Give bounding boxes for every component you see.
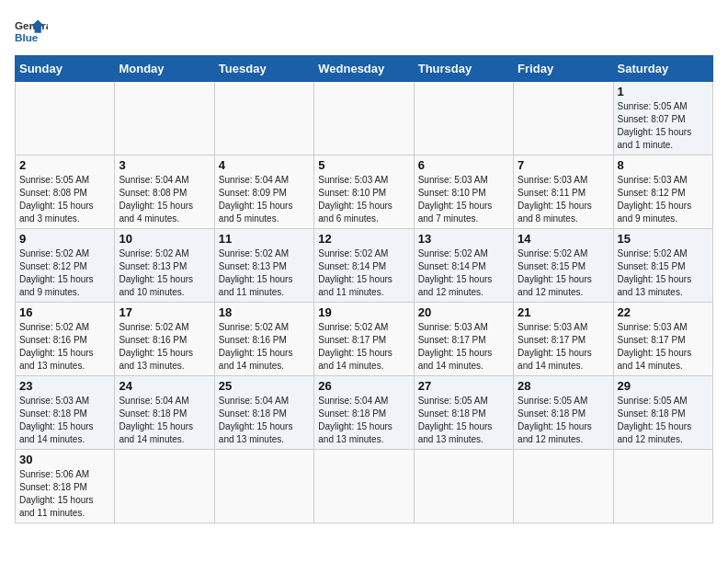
calendar-day-cell: 2Sunrise: 5:05 AM Sunset: 8:08 PM Daylig… [16,155,115,229]
day-info: Sunrise: 5:03 AM Sunset: 8:17 PM Dayligh… [518,321,609,373]
day-info: Sunrise: 5:02 AM Sunset: 8:13 PM Dayligh… [119,247,210,299]
logo-icon: General Blue [15,15,48,48]
calendar-empty-cell [214,450,313,523]
day-number: 7 [518,158,609,172]
day-info: Sunrise: 5:02 AM Sunset: 8:14 PM Dayligh… [418,247,509,299]
calendar-day-cell: 21Sunrise: 5:03 AM Sunset: 8:17 PM Dayli… [514,303,613,376]
weekday-header-wednesday: Wednesday [314,56,414,82]
calendar-empty-cell [16,82,115,155]
day-number: 26 [318,379,409,393]
day-number: 14 [518,232,609,246]
calendar-day-cell: 4Sunrise: 5:04 AM Sunset: 8:09 PM Daylig… [214,155,313,229]
calendar-day-cell: 19Sunrise: 5:02 AM Sunset: 8:17 PM Dayli… [314,303,414,376]
calendar-day-cell: 18Sunrise: 5:02 AM Sunset: 8:16 PM Dayli… [214,303,313,376]
day-info: Sunrise: 5:04 AM Sunset: 8:09 PM Dayligh… [219,174,310,225]
day-number: 28 [518,379,609,393]
day-number: 8 [618,158,709,172]
calendar-week-row: 1Sunrise: 5:05 AM Sunset: 8:07 PM Daylig… [16,82,713,155]
day-number: 6 [418,158,509,172]
day-info: Sunrise: 5:05 AM Sunset: 8:18 PM Dayligh… [518,395,609,446]
calendar-day-cell: 8Sunrise: 5:03 AM Sunset: 8:12 PM Daylig… [613,155,712,229]
day-number: 20 [418,305,509,319]
day-info: Sunrise: 5:02 AM Sunset: 8:16 PM Dayligh… [19,321,110,373]
day-number: 10 [119,232,210,246]
calendar-day-cell: 11Sunrise: 5:02 AM Sunset: 8:13 PM Dayli… [214,229,313,303]
day-number: 21 [518,305,609,319]
calendar-week-row: 23Sunrise: 5:03 AM Sunset: 8:18 PM Dayli… [16,376,713,450]
calendar-day-cell: 6Sunrise: 5:03 AM Sunset: 8:10 PM Daylig… [414,155,513,229]
calendar-day-cell: 23Sunrise: 5:03 AM Sunset: 8:18 PM Dayli… [16,376,115,450]
day-info: Sunrise: 5:03 AM Sunset: 8:17 PM Dayligh… [618,321,709,373]
calendar-day-cell: 22Sunrise: 5:03 AM Sunset: 8:17 PM Dayli… [613,303,712,376]
day-number: 30 [19,453,110,466]
day-info: Sunrise: 5:02 AM Sunset: 8:12 PM Dayligh… [19,247,110,299]
calendar-empty-cell [214,82,313,155]
day-info: Sunrise: 5:04 AM Sunset: 8:18 PM Dayligh… [119,395,210,446]
weekday-header-thursday: Thursday [414,56,513,82]
calendar-day-cell: 25Sunrise: 5:04 AM Sunset: 8:18 PM Dayli… [214,376,313,450]
calendar-day-cell: 20Sunrise: 5:03 AM Sunset: 8:17 PM Dayli… [414,303,513,376]
day-number: 23 [19,379,110,393]
calendar-week-row: 16Sunrise: 5:02 AM Sunset: 8:16 PM Dayli… [16,303,713,376]
day-number: 11 [219,232,310,246]
day-number: 12 [318,232,409,246]
calendar-day-cell: 1Sunrise: 5:05 AM Sunset: 8:07 PM Daylig… [613,82,712,155]
day-number: 9 [19,232,110,246]
calendar-day-cell: 29Sunrise: 5:05 AM Sunset: 8:18 PM Dayli… [613,376,712,450]
day-number: 3 [119,158,210,172]
day-info: Sunrise: 5:02 AM Sunset: 8:16 PM Dayligh… [119,321,210,373]
day-info: Sunrise: 5:04 AM Sunset: 8:18 PM Dayligh… [318,395,409,446]
day-info: Sunrise: 5:04 AM Sunset: 8:08 PM Dayligh… [119,174,210,225]
calendar-empty-cell [414,450,513,523]
weekday-header-saturday: Saturday [613,56,712,82]
day-info: Sunrise: 5:02 AM Sunset: 8:15 PM Dayligh… [518,247,609,299]
day-info: Sunrise: 5:02 AM Sunset: 8:17 PM Dayligh… [318,321,409,373]
weekday-header-tuesday: Tuesday [214,56,313,82]
calendar-week-row: 2Sunrise: 5:05 AM Sunset: 8:08 PM Daylig… [16,155,713,229]
calendar-week-row: 9Sunrise: 5:02 AM Sunset: 8:12 PM Daylig… [16,229,713,303]
calendar-empty-cell [613,450,712,523]
calendar-day-cell: 26Sunrise: 5:04 AM Sunset: 8:18 PM Dayli… [314,376,414,450]
day-number: 13 [418,232,509,246]
calendar-day-cell: 17Sunrise: 5:02 AM Sunset: 8:16 PM Dayli… [115,303,214,376]
day-number: 22 [618,305,709,319]
weekday-header-friday: Friday [514,56,613,82]
calendar-day-cell: 16Sunrise: 5:02 AM Sunset: 8:16 PM Dayli… [16,303,115,376]
day-number: 24 [119,379,210,393]
weekday-header-sunday: Sunday [16,56,115,82]
weekday-header-row: SundayMondayTuesdayWednesdayThursdayFrid… [16,56,713,82]
day-info: Sunrise: 5:03 AM Sunset: 8:10 PM Dayligh… [418,174,509,225]
calendar-empty-cell [314,450,414,523]
day-number: 5 [318,158,409,172]
day-number: 19 [318,305,409,319]
calendar-day-cell: 5Sunrise: 5:03 AM Sunset: 8:10 PM Daylig… [314,155,414,229]
day-info: Sunrise: 5:02 AM Sunset: 8:14 PM Dayligh… [318,247,409,299]
day-number: 1 [618,85,709,98]
day-number: 17 [119,305,210,319]
calendar-day-cell: 9Sunrise: 5:02 AM Sunset: 8:12 PM Daylig… [16,229,115,303]
day-info: Sunrise: 5:02 AM Sunset: 8:16 PM Dayligh… [219,321,310,373]
calendar-empty-cell [414,82,513,155]
calendar-table: SundayMondayTuesdayWednesdayThursdayFrid… [15,55,713,523]
day-number: 25 [219,379,310,393]
day-number: 18 [219,305,310,319]
day-info: Sunrise: 5:03 AM Sunset: 8:12 PM Dayligh… [618,174,709,225]
day-info: Sunrise: 5:02 AM Sunset: 8:15 PM Dayligh… [618,247,709,299]
day-number: 16 [19,305,110,319]
logo: General Blue [15,15,48,48]
calendar-day-cell: 27Sunrise: 5:05 AM Sunset: 8:18 PM Dayli… [414,376,513,450]
calendar-day-cell: 12Sunrise: 5:02 AM Sunset: 8:14 PM Dayli… [314,229,414,303]
day-number: 15 [618,232,709,246]
day-info: Sunrise: 5:03 AM Sunset: 8:17 PM Dayligh… [418,321,509,373]
day-number: 2 [19,158,110,172]
calendar-empty-cell [514,82,613,155]
day-info: Sunrise: 5:03 AM Sunset: 8:11 PM Dayligh… [518,174,609,225]
calendar-day-cell: 15Sunrise: 5:02 AM Sunset: 8:15 PM Dayli… [613,229,712,303]
day-info: Sunrise: 5:05 AM Sunset: 8:08 PM Dayligh… [19,174,110,225]
day-info: Sunrise: 5:05 AM Sunset: 8:18 PM Dayligh… [618,395,709,446]
day-info: Sunrise: 5:04 AM Sunset: 8:18 PM Dayligh… [219,395,310,446]
day-info: Sunrise: 5:06 AM Sunset: 8:18 PM Dayligh… [19,468,110,520]
calendar-day-cell: 7Sunrise: 5:03 AM Sunset: 8:11 PM Daylig… [514,155,613,229]
calendar-day-cell: 14Sunrise: 5:02 AM Sunset: 8:15 PM Dayli… [514,229,613,303]
calendar-day-cell: 28Sunrise: 5:05 AM Sunset: 8:18 PM Dayli… [514,376,613,450]
